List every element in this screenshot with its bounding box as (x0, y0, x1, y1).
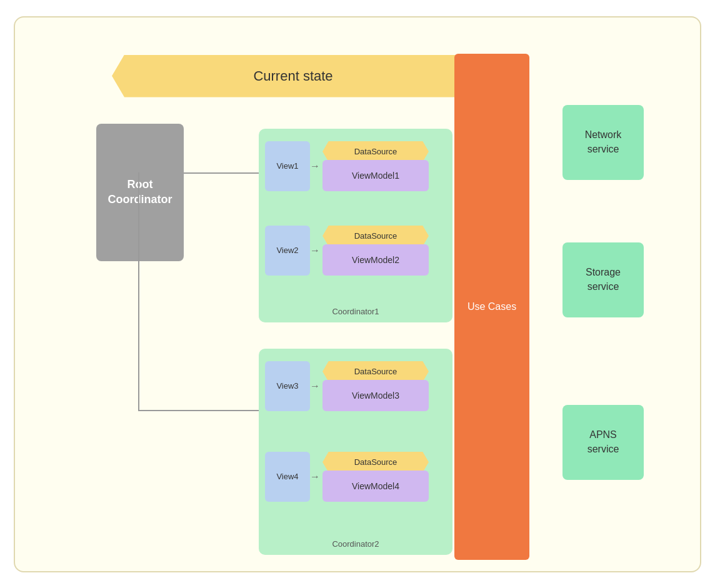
viewmodel1-box: ViewModel1 (322, 160, 429, 191)
coordinator2-group: View3 DataSource ViewModel3 View4 DataSo… (259, 349, 452, 555)
datasource4-banner: DataSource (322, 452, 429, 473)
viewmodel4-box: ViewModel4 (322, 471, 429, 502)
apns-service-box: APNSservice (562, 405, 644, 480)
banner-label: Current state (253, 68, 332, 84)
datasource1-banner: DataSource (322, 141, 429, 162)
viewmodel3-box: ViewModel3 (322, 380, 429, 411)
arrow-rc-to-coord2 (138, 410, 266, 411)
coordinator1-group: View1 DataSource ViewModel1 View2 DataSo… (259, 129, 452, 322)
use-cases-label: Use Cases (468, 301, 516, 312)
datasource2-banner: DataSource (322, 226, 429, 247)
arrow-view3-vm3 (310, 381, 322, 392)
storage-service-label: Storageservice (586, 266, 621, 294)
arrow-view4-vm4 (310, 471, 322, 482)
apns-service-label: APNSservice (588, 428, 619, 456)
viewmodel1-block: DataSource ViewModel1 (322, 141, 432, 191)
view4-box: View4 (265, 452, 310, 502)
view2-box: View2 (265, 226, 310, 276)
view1-box: View1 (265, 141, 310, 191)
storage-service-box: Storageservice (562, 242, 644, 317)
coordinator1-label: Coordinator1 (259, 307, 452, 316)
arrow-view1-vm1 (310, 161, 322, 172)
arrow-rc-to-coord1 (184, 172, 265, 174)
arrow-rc-vertical (138, 172, 139, 410)
root-coordinator-label: RootCoordinator (108, 177, 172, 207)
datasource3-banner: DataSource (322, 361, 429, 382)
viewmodel2-box: ViewModel2 (322, 244, 429, 276)
network-service-box: Networkservice (562, 105, 644, 180)
viewmodel2-block: DataSource ViewModel2 (322, 226, 432, 276)
coordinator2-label: Coordinator2 (259, 539, 452, 549)
network-service-label: Networkservice (585, 128, 622, 156)
root-coordinator-box: RootCoordinator (96, 124, 184, 261)
diagram-canvas: Current state RootCoordinator View1 Data… (14, 16, 701, 572)
arrow-view2-vm2 (310, 245, 322, 256)
use-cases-block: Use Cases (454, 54, 529, 560)
viewmodel4-block: DataSource ViewModel4 (322, 452, 432, 502)
viewmodel3-block: DataSource ViewModel3 (322, 361, 432, 411)
current-state-banner: Current state (112, 55, 474, 97)
view3-box: View3 (265, 361, 310, 411)
